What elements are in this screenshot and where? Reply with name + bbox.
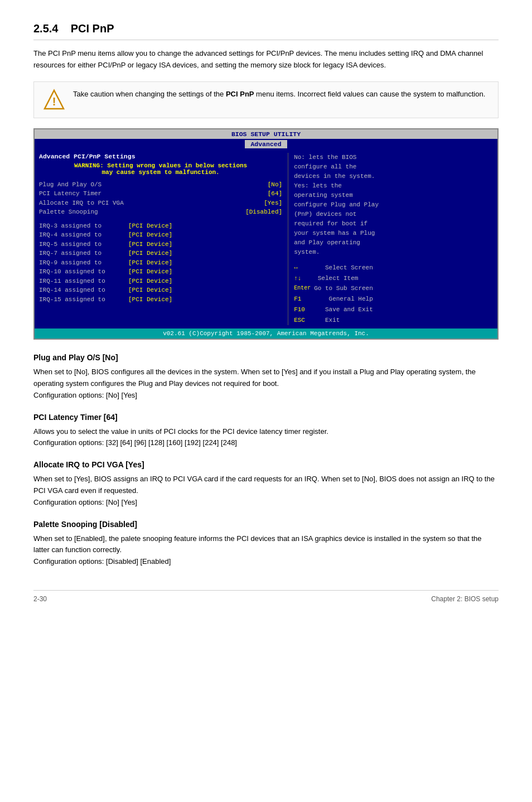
- bios-tab-bar: Advanced: [35, 139, 497, 149]
- subsection-pci-latency: PCI Latency Timer [64] Allows you to sel…: [33, 413, 499, 450]
- subsection-palette-snooping-body: When set to [Enabled], the palete snoopi…: [33, 533, 499, 568]
- bios-item-palette: Palette Snooping [Disabled]: [39, 207, 282, 217]
- bios-screen: BIOS SETUP UTILITY Advanced Advanced PCI…: [33, 128, 499, 340]
- subsection-allocate-irq-title: Allocate IRQ to PCI VGA [Yes]: [33, 460, 499, 469]
- subsection-plug-play-body: When set to [No], BIOS configures all th…: [33, 366, 499, 401]
- bios-irq-section: IRQ-3 assigned to[PCI Device] IRQ-4 assi…: [39, 221, 282, 305]
- bios-footer: v02.61 (C)Copyright 1985-2007, American …: [35, 328, 497, 339]
- bios-title: BIOS SETUP UTILITY: [35, 129, 497, 139]
- subsection-pci-latency-body: Allows you to select the value in units …: [33, 426, 499, 450]
- bios-active-tab: Advanced: [245, 140, 287, 148]
- section-name: PCI PnP: [71, 22, 114, 35]
- page-footer: 2-30 Chapter 2: BIOS setup: [33, 590, 499, 603]
- caution-text: Take caution when changing the settings …: [73, 89, 485, 100]
- bios-content: Advanced PCI/PnP Settings WARNING: Setti…: [35, 149, 497, 329]
- intro-paragraph: The PCI PnP menu items allow you to chan…: [33, 48, 499, 71]
- bios-main-items: Plug And Play O/S [No] PCI Latency Timer…: [39, 180, 282, 217]
- caution-icon: !: [43, 89, 65, 111]
- bios-warning: WARNING: Setting wrong values in below s…: [39, 162, 282, 176]
- subsection-palette-snooping: Palette Snooping [Disabled] When set to …: [33, 520, 499, 568]
- subsection-plug-play-title: Plug and Play O/S [No]: [33, 353, 499, 362]
- footer-left: 2-30: [33, 595, 47, 603]
- subsection-palette-snooping-title: Palette Snooping [Disabled]: [33, 520, 499, 529]
- section-title: 2.5.4 PCI PnP: [33, 22, 499, 40]
- bios-key-legend: ↔ Select Screen ↑↓ Select Item Enter Go …: [294, 263, 493, 325]
- subsection-allocate-irq: Allocate IRQ to PCI VGA [Yes] When set t…: [33, 460, 499, 508]
- subsection-pci-latency-title: PCI Latency Timer [64]: [33, 413, 499, 422]
- bios-right-panel: No: lets the BIOS configure all the devi…: [288, 153, 493, 326]
- subsection-plug-play: Plug and Play O/S [No] When set to [No],…: [33, 353, 499, 401]
- bios-left-panel: Advanced PCI/PnP Settings WARNING: Setti…: [39, 153, 282, 326]
- caution-box: ! Take caution when changing the setting…: [33, 81, 499, 118]
- bios-item-allocate-irq: Allocate IRQ to PCI VGA [Yes]: [39, 199, 282, 208]
- bios-item-latency: PCI Latency Timer [64]: [39, 189, 282, 199]
- bios-help-text: No: lets the BIOS configure all the devi…: [294, 153, 493, 258]
- bios-left-header: Advanced PCI/PnP Settings: [39, 153, 282, 160]
- subsection-allocate-irq-body: When set to [Yes], BIOS assigns an IRQ t…: [33, 474, 499, 508]
- section-number: 2.5.4: [33, 22, 58, 35]
- bios-item-plug-play: Plug And Play O/S [No]: [39, 180, 282, 190]
- svg-text:!: !: [52, 95, 56, 108]
- footer-right: Chapter 2: BIOS setup: [431, 595, 499, 603]
